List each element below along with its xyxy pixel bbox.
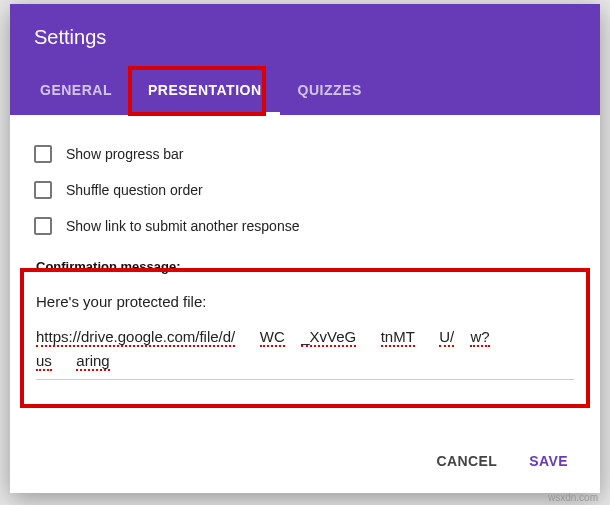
tab-quizzes[interactable]: QUIZZES [280,68,380,115]
tab-presentation[interactable]: PRESENTATION [130,68,280,115]
option-label: Show progress bar [66,146,184,162]
checkbox-icon[interactable] [34,217,52,235]
settings-modal: Settings GENERAL PRESENTATION QUIZZES Sh… [10,4,600,493]
tab-general[interactable]: GENERAL [22,68,130,115]
cancel-button[interactable]: CANCEL [425,445,510,477]
confirmation-section: Confirmation message: Here's your protec… [34,253,576,384]
confirmation-textarea[interactable]: Here's your protected file: https://driv… [36,288,574,380]
option-label: Shuffle question order [66,182,203,198]
tabs-bar: GENERAL PRESENTATION QUIZZES [10,67,600,115]
checkbox-icon[interactable] [34,145,52,163]
watermark: wsxdn.com [548,492,598,503]
option-show-link[interactable]: Show link to submit another response [34,217,576,235]
option-label: Show link to submit another response [66,218,299,234]
modal-header: Settings GENERAL PRESENTATION QUIZZES [10,4,600,115]
modal-title: Settings [10,4,600,67]
confirmation-line1: Here's your protected file: [36,288,574,315]
option-show-progress[interactable]: Show progress bar [34,145,576,163]
modal-body: Show progress bar Shuffle question order… [10,115,600,431]
save-button[interactable]: SAVE [517,445,580,477]
confirmation-label: Confirmation message: [36,259,574,274]
checkbox-icon[interactable] [34,181,52,199]
action-bar: CANCEL SAVE [10,431,600,493]
confirmation-url: https://drive.google.com/file/d/ WC _XvV… [36,325,574,373]
option-shuffle[interactable]: Shuffle question order [34,181,576,199]
